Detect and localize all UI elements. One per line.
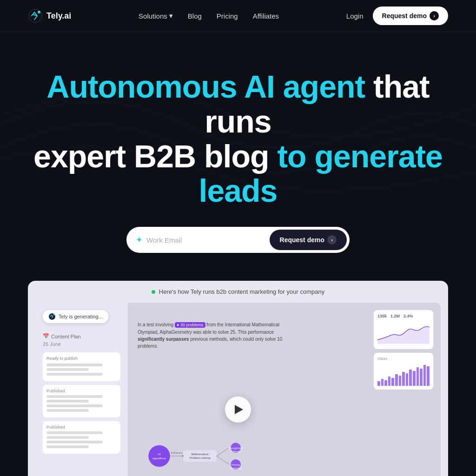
bar-chart [377,363,430,386]
dash-line-3 [46,373,103,376]
svg-point-4 [148,445,170,467]
request-demo-submit-button[interactable]: Request demo › [270,230,347,250]
play-button[interactable] [225,397,251,423]
metrics-chart-card: 135k 1.2M 2.4% [374,310,433,349]
clicks-label: Clicks [377,357,430,361]
dash-line-6 [46,404,103,407]
dashboard-mockup: 📅 Content Plan 26 June Ready to publish … [35,303,441,476]
content-card-1: Ready to publish [43,352,120,381]
dash-line-11 [46,445,89,448]
card-status-2: Published [46,389,117,393]
svg-point-3 [53,314,55,316]
content-card-2: Published [43,385,120,417]
clicks-chart-card: Clicks [374,353,433,390]
nav-blog[interactable]: Blog [188,12,202,20]
chevron-down-icon: ▾ [169,12,173,20]
dash-line-9 [46,436,89,439]
stat-2p4: 2.4% [403,314,413,318]
highlight-30-problems: ● 30 problems [175,322,205,328]
bar-8 [402,372,405,386]
svg-point-1 [38,11,40,13]
bar-7 [399,376,402,386]
logo-text: Tely.ai [46,11,71,21]
nav-right: Login Request demo › [346,7,448,25]
stat-135k: 135k [377,314,387,318]
card-status-3: Published [46,425,117,430]
svg-text:Enhance: Enhance [171,451,183,454]
bar-14 [423,365,426,386]
dash-line-5 [46,400,89,403]
dash-line-7 [46,409,89,412]
dash-line-10 [46,441,103,443]
nav-pricing[interactable]: Pricing [217,12,238,20]
nav-affiliates[interactable]: Affiliates [253,12,279,20]
arrow-icon: › [430,11,439,20]
dash-line-1 [46,364,103,366]
bar-12 [416,367,419,386]
bar-10 [409,370,412,386]
sparkle-icon: ✦ [136,235,143,245]
logo[interactable]: Tely.ai [28,8,71,23]
content-plan-date: 26 June [43,341,120,347]
logo-icon [28,8,43,23]
live-indicator [152,290,155,294]
dash-line-8 [46,431,103,434]
dash-content-text: In a test involving ● 30 problems from t… [138,321,286,350]
bar-1 [377,381,380,386]
line-chart [377,322,430,345]
video-section: Here's how Tely runs b2b content marketi… [28,281,448,476]
svg-text:AI: AI [158,452,161,456]
content-plan-header: 📅 Content Plan [43,333,120,339]
dash-line-2 [46,368,89,371]
stat-1m2: 1.2M [390,314,400,318]
submit-arrow-icon: › [327,235,337,245]
bar-13 [420,369,423,386]
nav-solutions[interactable]: Solutions ▾ [139,12,173,20]
headline-cyan: Autonomous AI agent [46,69,365,104]
dash-center-panel: In a test involving ● 30 problems from t… [128,303,366,476]
tely-logo-sm-icon [48,313,56,320]
dash-charts-panel: 135k 1.2M 2.4% Clicks [366,303,441,476]
tely-generating-bubble: Tely is generating... [43,310,108,323]
svg-text:Mathematical: Mathematical [192,452,209,456]
chart-stats: 135k 1.2M 2.4% [377,314,430,318]
bar-5 [391,378,394,386]
svg-text:Problem-solving: Problem-solving [190,456,211,459]
hero-section: Autonomous AI agent that runs expert B2B… [0,32,476,281]
card-status-1: Ready to publish [46,356,117,361]
bar-15 [427,366,430,386]
bar-3 [384,380,387,386]
bar-2 [381,379,384,386]
navbar: Tely.ai Solutions ▾ Blog Pricing Affilia… [0,0,476,32]
login-button[interactable]: Login [346,12,364,20]
content-plan-panel: 📅 Content Plan 26 June Ready to publish … [35,303,128,476]
request-demo-nav-button[interactable]: Request demo › [373,7,448,25]
svg-text:Proving: Proving [231,463,240,466]
bar-11 [413,371,416,386]
headline-white2: expert B2B blog [33,139,277,174]
video-label: Here's how Tely runs b2b content marketi… [28,281,448,303]
work-email-input[interactable] [146,236,270,244]
bar-6 [395,374,398,386]
bar-9 [406,373,409,386]
flow-diagram: AI algorithms Enhance Mathematical Probl… [138,433,287,476]
content-card-3: Published [43,421,120,454]
nav-links: Solutions ▾ Blog Pricing Affiliates [139,12,279,20]
svg-text:algorithms: algorithms [152,456,166,460]
svg-text:Theorems: Theorems [230,467,241,469]
play-icon [235,405,243,414]
svg-text:Patterns: Patterns [231,450,240,453]
svg-text:Recognizing: Recognizing [229,447,243,450]
dash-line-4 [46,395,103,398]
email-form: ✦ Request demo › [126,227,350,253]
video-container: Tely is generating... 📅 Content Plan 26 … [35,303,441,476]
hero-headline: Autonomous AI agent that runs expert B2B… [28,69,448,208]
bar-4 [388,377,391,386]
